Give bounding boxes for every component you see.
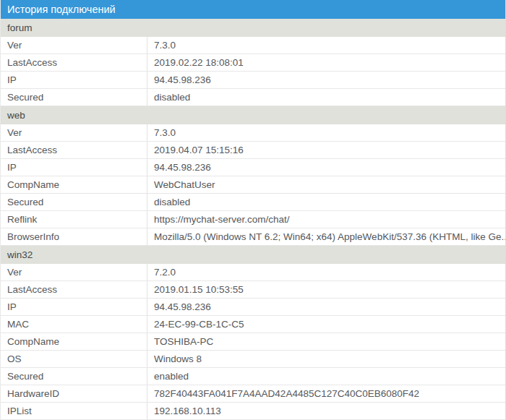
table-row: Secured enabled [1, 368, 505, 385]
row-value: 94.45.98.236 [147, 72, 505, 88]
table-row: LastAccess 2019.04.07 15:15:16 [1, 142, 505, 159]
row-label: HardwareID [1, 385, 147, 402]
table-row: Reflink https://mychat-server.com/chat/ [1, 211, 505, 228]
row-label: Ver [1, 124, 147, 141]
table-row: CompName TOSHIBA-PC [1, 333, 505, 351]
row-value: enabled [147, 368, 505, 385]
table-row: Ver 7.2.0 [1, 264, 505, 281]
table-row: CompName WebChatUser [1, 176, 505, 194]
row-value: WebChatUser [147, 176, 505, 193]
row-value: 7.3.0 [147, 37, 505, 53]
connection-section: web Ver 7.3.0 LastAccess 2019.04.07 15:1… [1, 106, 505, 246]
section-header: web [1, 106, 505, 124]
connection-history-table: forum Ver 7.3.0 LastAccess 2019.02.22 18… [1, 19, 505, 420]
table-row: IP 94.45.98.236 [1, 72, 505, 89]
row-value: 94.45.98.236 [147, 159, 505, 176]
row-label: LastAccess [1, 142, 147, 158]
row-label: CompName [1, 176, 147, 193]
row-label: IP [1, 72, 147, 88]
row-label: Secured [1, 194, 147, 210]
row-label: IP [1, 159, 147, 176]
row-value: 192.168.10.113 [147, 403, 505, 419]
row-value: 2019.02.22 18:08:01 [147, 54, 505, 71]
table-row: MAC 24-EC-99-CB-1C-C5 [1, 316, 505, 333]
row-value: 7.3.0 [147, 124, 505, 141]
table-row: Secured disabled [1, 89, 505, 106]
connection-section: win32 Ver 7.2.0 LastAccess 2019.01.15 10… [1, 246, 505, 420]
row-value: 24-EC-99-CB-1C-C5 [147, 316, 505, 333]
table-row: LastAccess 2019.01.15 10:53:55 [1, 281, 505, 299]
table-row: HardwareID 782F40443FA041F7A4AAD42A4485C… [1, 385, 505, 403]
table-row: Ver 7.3.0 [1, 37, 505, 54]
table-row: BrowserInfo Mozilla/5.0 (Windows NT 6.2;… [1, 228, 505, 246]
row-label: Secured [1, 89, 147, 106]
table-row: LastAccess 2019.02.22 18:08:01 [1, 54, 505, 72]
table-row: IP 94.45.98.236 [1, 299, 505, 316]
row-value: 2019.01.15 10:53:55 [147, 281, 505, 298]
row-value: 782F40443FA041F7A4AAD42A4485C127C40C0EB6… [147, 385, 505, 402]
row-value: disabled [147, 194, 505, 210]
row-value: Windows 8 [147, 351, 505, 367]
row-value: TOSHIBA-PC [147, 333, 505, 350]
row-label: Reflink [1, 211, 147, 228]
connection-history-panel: История подключений forum Ver 7.3.0 Last… [0, 0, 506, 420]
connection-section: forum Ver 7.3.0 LastAccess 2019.02.22 18… [1, 19, 505, 106]
section-rows: Ver 7.3.0 LastAccess 2019.04.07 15:15:16… [1, 124, 505, 246]
table-row: Ver 7.3.0 [1, 124, 505, 142]
section-rows: Ver 7.3.0 LastAccess 2019.02.22 18:08:01… [1, 37, 505, 106]
table-row: OS Windows 8 [1, 351, 505, 368]
row-label: BrowserInfo [1, 228, 147, 245]
section-rows: Ver 7.2.0 LastAccess 2019.01.15 10:53:55… [1, 264, 505, 420]
panel-title: История подключений [1, 0, 505, 19]
row-value: 94.45.98.236 [147, 299, 505, 315]
row-label: LastAccess [1, 281, 147, 298]
row-label: MAC [1, 316, 147, 333]
row-value: https://mychat-server.com/chat/ [147, 211, 505, 228]
row-label: Secured [1, 368, 147, 385]
section-header: win32 [1, 246, 505, 264]
row-label: Ver [1, 264, 147, 280]
row-value: disabled [147, 89, 505, 106]
table-row: Secured disabled [1, 194, 505, 211]
table-row: IPList 192.168.10.113 [1, 403, 505, 420]
row-value: Mozilla/5.0 (Windows NT 6.2; Win64; x64)… [147, 228, 505, 245]
row-label: LastAccess [1, 54, 147, 71]
section-header: forum [1, 19, 505, 37]
row-label: IP [1, 299, 147, 315]
row-label: CompName [1, 333, 147, 350]
row-label: OS [1, 351, 147, 367]
row-label: Ver [1, 37, 147, 53]
row-value: 7.2.0 [147, 264, 505, 280]
row-value: 2019.04.07 15:15:16 [147, 142, 505, 158]
row-label: IPList [1, 403, 147, 419]
table-row: IP 94.45.98.236 [1, 159, 505, 176]
